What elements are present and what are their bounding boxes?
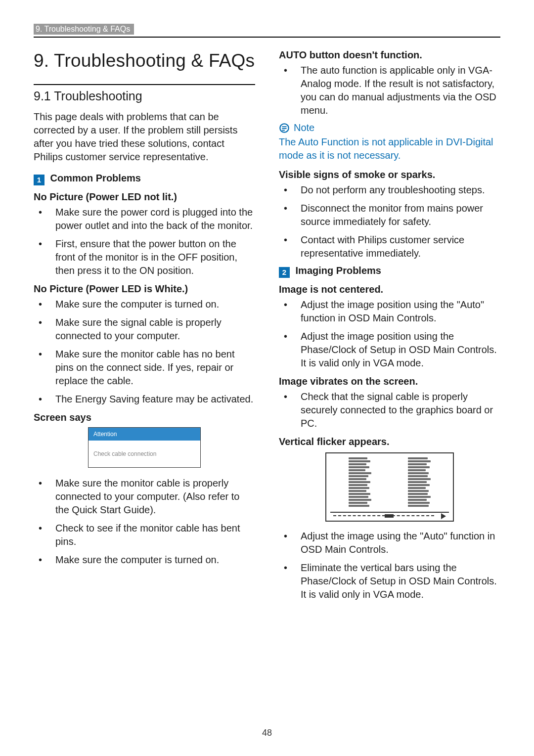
vertical-flicker-illustration: [325, 452, 454, 522]
list-item: Make sure the computer is turned on.: [34, 298, 255, 311]
sub-heading: Screen says: [34, 412, 255, 423]
list-item: Make sure the monitor cable is properly …: [34, 477, 255, 517]
list-item: Check to see if the monitor cable has be…: [34, 522, 255, 548]
left-column: 9. Troubleshooting & FAQs 9.1 Troublesho…: [34, 49, 255, 606]
badge-2: 2: [279, 267, 290, 278]
flicker-slider: [330, 512, 449, 519]
bullet-list: Make sure the power cord is plugged into…: [34, 206, 255, 277]
sub-heading: Visible signs of smoke or sparks.: [279, 169, 500, 180]
group-label: Common Problems: [50, 173, 141, 183]
list-item: Make sure the monitor cable has no bent …: [34, 348, 255, 388]
list-item: Adjust the image position using the "Aut…: [279, 298, 500, 325]
list-item: Adjust the image position using the Phas…: [279, 330, 500, 370]
note-icon: [279, 123, 290, 133]
note-label: Note: [294, 122, 314, 133]
note-text: The Auto Function is not applicable in D…: [279, 135, 500, 162]
sub-heading: Image vibrates on the screen.: [279, 376, 500, 387]
manual-page: 9. Troubleshooting & FAQs 9. Troubleshoo…: [0, 0, 534, 606]
group-common-problems: 1 Common Problems: [34, 173, 255, 185]
page-number: 48: [0, 728, 534, 738]
sub-heading: No Picture (Power LED is White.): [34, 283, 255, 295]
bullet-list: Adjust the image position using the "Aut…: [279, 298, 500, 370]
group-imaging-problems: 2 Imaging Problems: [279, 265, 500, 278]
badge-1: 1: [34, 175, 44, 185]
sub-heading: Image is not centered.: [279, 284, 500, 295]
list-item: Eliminate the vertical bars using the Ph…: [279, 561, 500, 601]
group-label: Imaging Problems: [296, 265, 381, 276]
attention-dialog: Attention Check cable connection: [88, 427, 201, 468]
attention-header: Attention: [89, 428, 200, 441]
page-title: 9. Troubleshooting & FAQs: [34, 50, 255, 71]
list-item: First, ensure that the power button on t…: [34, 237, 255, 277]
list-item: Adjust the image using the "Auto" functi…: [279, 530, 500, 556]
breadcrumb: 9. Troubleshooting & FAQs: [34, 24, 134, 35]
sub-heading: AUTO button doesn't function.: [279, 49, 500, 61]
sub-heading: No Picture (Power LED not lit.): [34, 191, 255, 203]
list-item: Make sure the power cord is plugged into…: [34, 206, 255, 232]
section-rule: [34, 84, 255, 85]
bullet-list: Make sure the computer is turned on. Mak…: [34, 298, 255, 406]
bullet-list: Do not perform any troubleshooting steps…: [279, 183, 500, 260]
header-rule: [34, 37, 500, 38]
bullet-list: Check that the signal cable is properly …: [279, 390, 500, 430]
right-column: AUTO button doesn't function. The auto f…: [279, 49, 500, 606]
list-item: Do not perform any troubleshooting steps…: [279, 183, 500, 197]
list-item: Make sure the computer is turned on.: [34, 553, 255, 567]
flicker-bars-right: [408, 457, 431, 507]
bullet-list: Adjust the image using the "Auto" functi…: [279, 530, 500, 601]
list-item: The auto function is applicable only in …: [279, 64, 500, 117]
list-item: Make sure the signal cable is properly c…: [34, 316, 255, 343]
flicker-bars-left: [349, 457, 371, 507]
section-heading: 9.1 Troubleshooting: [34, 89, 255, 103]
list-item: Contact with Philips customer service re…: [279, 233, 500, 260]
sub-heading: Vertical flicker appears.: [279, 436, 500, 447]
bullet-list: The auto function is applicable only in …: [279, 64, 500, 117]
list-item: Check that the signal cable is properly …: [279, 390, 500, 430]
attention-body: Check cable connection: [89, 441, 200, 467]
bullet-list: Make sure the monitor cable is properly …: [34, 477, 255, 567]
list-item: Disconnect the monitor from mains power …: [279, 202, 500, 228]
note-heading: Note: [279, 122, 500, 133]
list-item: The Energy Saving feature may be activat…: [34, 393, 255, 406]
intro-text: This page deals with problems that can b…: [34, 110, 255, 164]
